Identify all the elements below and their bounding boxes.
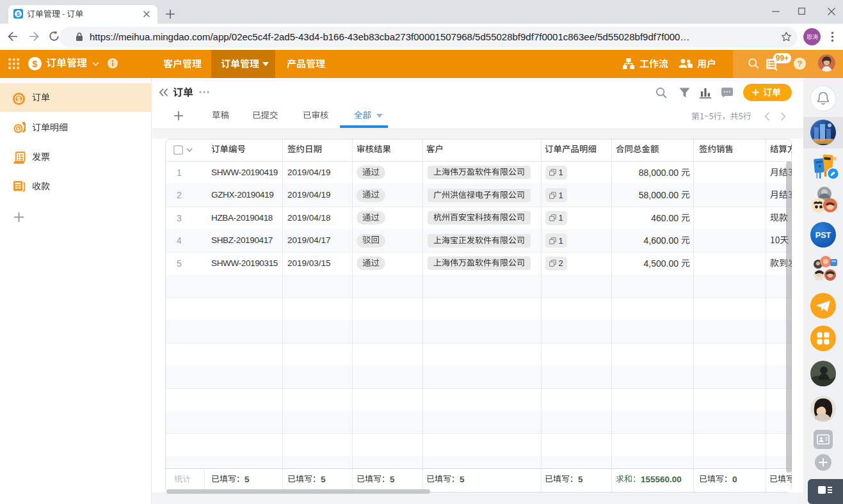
svg-text:PST: PST — [815, 231, 831, 240]
svg-text:$: $ — [17, 126, 20, 132]
svg-text:$: $ — [17, 95, 21, 103]
svg-text:?: ? — [798, 59, 803, 68]
svg-text:$: $ — [17, 10, 20, 17]
svg-text:$: $ — [32, 59, 37, 69]
